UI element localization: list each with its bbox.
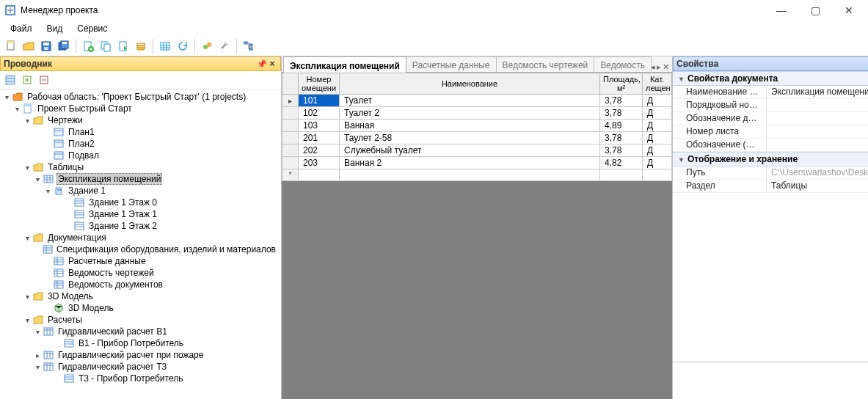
save-icon[interactable] bbox=[38, 38, 54, 54]
tree-explication[interactable]: Экспликация помещений bbox=[56, 173, 162, 185]
table-row[interactable]: 201Таулет 2-583,78Д bbox=[282, 132, 672, 144]
tree-docs[interactable]: Документация bbox=[46, 233, 108, 243]
menu-file[interactable]: Файл bbox=[4, 22, 38, 35]
cell-cat[interactable]: Д bbox=[643, 107, 672, 120]
tree-floor2[interactable]: Здание 1 Этаж 2 bbox=[87, 221, 158, 231]
grid[interactable]: Номер омещени Наименование Площадь, м² К… bbox=[282, 73, 672, 181]
cell-area[interactable]: 3,78 bbox=[600, 107, 643, 120]
cell-cat[interactable]: Д bbox=[643, 95, 672, 107]
twist-icon[interactable] bbox=[32, 362, 43, 372]
twist-icon[interactable] bbox=[32, 174, 43, 184]
cell-number[interactable]: 203 bbox=[299, 157, 340, 169]
prop-category[interactable]: Отображение и хранение bbox=[673, 152, 868, 166]
cell-number[interactable]: 103 bbox=[299, 120, 340, 132]
stack-icon[interactable] bbox=[133, 38, 149, 54]
prop-row[interactable]: Порядковый номер... bbox=[673, 99, 868, 112]
prop-value[interactable] bbox=[767, 112, 868, 125]
open-icon[interactable] bbox=[21, 38, 37, 54]
close-button[interactable]: ✕ bbox=[839, 4, 859, 16]
cell-number[interactable]: 102 bbox=[299, 107, 340, 120]
tree-ht3[interactable]: Гидравлический расчет Т3 bbox=[56, 362, 168, 372]
cell-area[interactable]: 3,78 bbox=[600, 144, 643, 157]
tab-prev-icon[interactable]: ◂ bbox=[651, 62, 655, 72]
property-grid[interactable]: Свойства документа Наименование доку...Э… bbox=[673, 71, 868, 362]
cell-name[interactable]: Служебный туалет bbox=[340, 144, 600, 157]
prop-value[interactable]: C:\Users\varlashov\Desktop\Проект Быстры bbox=[767, 166, 868, 179]
prop-row[interactable]: Обозначение докуме... bbox=[673, 112, 868, 125]
tree-calcdata[interactable]: Расчетные данные bbox=[67, 256, 147, 266]
cell-name[interactable]: Ванная 2 bbox=[340, 157, 600, 169]
minimize-button[interactable]: — bbox=[771, 4, 792, 16]
table-new-row[interactable]: * bbox=[282, 169, 672, 181]
tab-close-icon[interactable]: ✕ bbox=[663, 62, 669, 72]
tree-plan2[interactable]: План2 bbox=[67, 139, 96, 149]
tree-workspace[interactable]: Рабочая область: 'Проект Быстрый Старт' … bbox=[26, 92, 247, 102]
col-area[interactable]: Площадь, м² bbox=[600, 73, 643, 95]
cell-name[interactable]: Ванная bbox=[340, 120, 600, 132]
view-list-icon[interactable] bbox=[3, 73, 18, 87]
twist-icon[interactable] bbox=[1, 92, 12, 102]
twist-icon[interactable] bbox=[22, 315, 32, 325]
tree-hfire[interactable]: Гидравлический расчет при пожаре bbox=[56, 350, 205, 360]
table-row[interactable]: 102Туалет 23,78Д bbox=[282, 107, 672, 120]
new-icon[interactable] bbox=[3, 38, 19, 54]
cell-name[interactable]: Туалет bbox=[340, 95, 600, 107]
prop-value[interactable] bbox=[767, 125, 868, 138]
cell-cat[interactable]: Д bbox=[643, 144, 672, 157]
tree-plan1[interactable]: План1 bbox=[67, 127, 96, 137]
col-number[interactable]: Номер омещени bbox=[299, 73, 340, 95]
twist-icon[interactable] bbox=[32, 326, 43, 337]
tab-next-icon[interactable]: ▸ bbox=[657, 62, 661, 72]
menu-view[interactable]: Вид bbox=[41, 22, 69, 35]
tree-calcs[interactable]: Расчеты bbox=[46, 315, 84, 325]
table-row[interactable]: 203Ванная 24,82Д bbox=[282, 157, 672, 169]
expand-icon[interactable] bbox=[20, 73, 34, 87]
twist-icon[interactable] bbox=[22, 291, 32, 301]
plug-icon[interactable] bbox=[199, 38, 215, 54]
close-panel-icon[interactable]: × bbox=[267, 59, 277, 69]
doc-add-icon[interactable] bbox=[80, 38, 96, 54]
refresh-icon[interactable] bbox=[175, 38, 191, 54]
table-row[interactable]: 202Служебный туалет3,78Д bbox=[282, 144, 672, 157]
cell-area[interactable]: 4,82 bbox=[600, 157, 643, 169]
prop-row[interactable]: Номер листа bbox=[673, 125, 868, 139]
cell-cat[interactable]: Д bbox=[643, 132, 672, 144]
cell-cat[interactable]: Д bbox=[643, 157, 672, 169]
project-tree[interactable]: Рабочая область: 'Проект Быстрый Старт' … bbox=[0, 89, 281, 399]
prop-row[interactable]: ПутьC:\Users\varlashov\Desktop\Проект Бы… bbox=[673, 166, 868, 180]
doc-copy-icon[interactable] bbox=[115, 38, 131, 54]
tree-3dfolder[interactable]: 3D Модель bbox=[46, 291, 95, 301]
prop-row[interactable]: Наименование доку...Экспликация помещени… bbox=[673, 86, 868, 99]
tree-veddoc[interactable]: Ведомость документов bbox=[67, 279, 164, 290]
cell-name[interactable]: Таулет 2-58 bbox=[340, 132, 600, 144]
prop-value[interactable]: Экспликация помещений bbox=[767, 86, 868, 98]
tab-vedch[interactable]: Ведомость чертежей bbox=[496, 56, 595, 72]
tree-spec[interactable]: Спецификация оборудования, изделий и мат… bbox=[55, 244, 277, 255]
menu-service[interactable]: Сервис bbox=[71, 22, 113, 35]
table-row[interactable]: ▸101Туалет3,78Д bbox=[282, 95, 672, 107]
twist-icon[interactable] bbox=[22, 233, 32, 243]
prop-category[interactable]: Свойства документа bbox=[673, 71, 868, 86]
wrench-icon[interactable] bbox=[216, 38, 233, 54]
tab-veddoc[interactable]: Ведомость bbox=[594, 56, 652, 72]
prop-value-dropdown[interactable]: Таблицы bbox=[767, 180, 868, 192]
tree-tables[interactable]: Таблицы bbox=[46, 162, 85, 172]
table-row[interactable]: 103Ванная4,89Д bbox=[282, 120, 672, 132]
maximize-button[interactable]: ▢ bbox=[805, 4, 825, 16]
tree-ht3s[interactable]: Т3 - Прибор Потребитель bbox=[77, 373, 184, 384]
doc-link-icon[interactable] bbox=[98, 38, 114, 54]
tree-project[interactable]: Проект Быстрый Старт bbox=[36, 103, 134, 114]
cell-number[interactable]: 202 bbox=[299, 144, 340, 157]
corner-cell[interactable] bbox=[282, 73, 299, 95]
prop-value[interactable] bbox=[767, 139, 868, 151]
col-name[interactable]: Наименование bbox=[340, 73, 600, 95]
pin-icon[interactable]: 📌 bbox=[257, 59, 267, 69]
prop-row[interactable]: Обозначение (шифр)... bbox=[673, 139, 868, 152]
tree-hv1s[interactable]: В1 - Прибор Потребитель bbox=[77, 338, 185, 348]
cell-number[interactable]: 101 bbox=[299, 95, 340, 107]
twist-icon[interactable] bbox=[12, 103, 22, 114]
tree-vedch[interactable]: Ведомость чертежей bbox=[67, 268, 156, 278]
twist-icon[interactable] bbox=[22, 162, 32, 172]
twist-icon[interactable] bbox=[22, 115, 32, 125]
twist-icon[interactable] bbox=[32, 350, 43, 360]
